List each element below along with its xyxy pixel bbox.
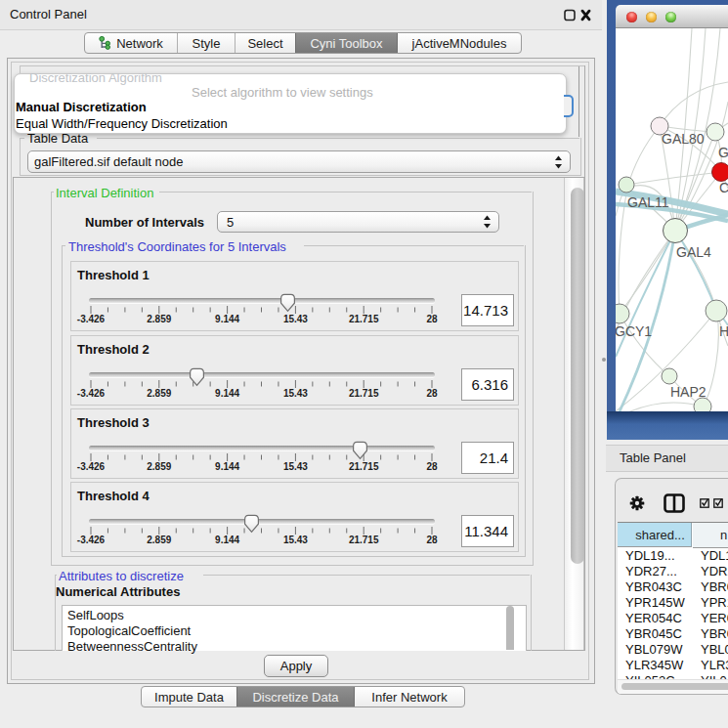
- svg-text:H: H: [719, 323, 728, 339]
- svg-text:GAL80: GAL80: [662, 131, 705, 147]
- svg-text:GA: GA: [718, 145, 728, 160]
- svg-text:GAL11: GAL11: [627, 194, 669, 210]
- svg-text:GCY1: GCY1: [616, 323, 652, 339]
- svg-text:HAP2: HAP2: [670, 384, 707, 400]
- svg-text:GAL4: GAL4: [676, 244, 711, 260]
- svg-text:C: C: [719, 180, 728, 195]
